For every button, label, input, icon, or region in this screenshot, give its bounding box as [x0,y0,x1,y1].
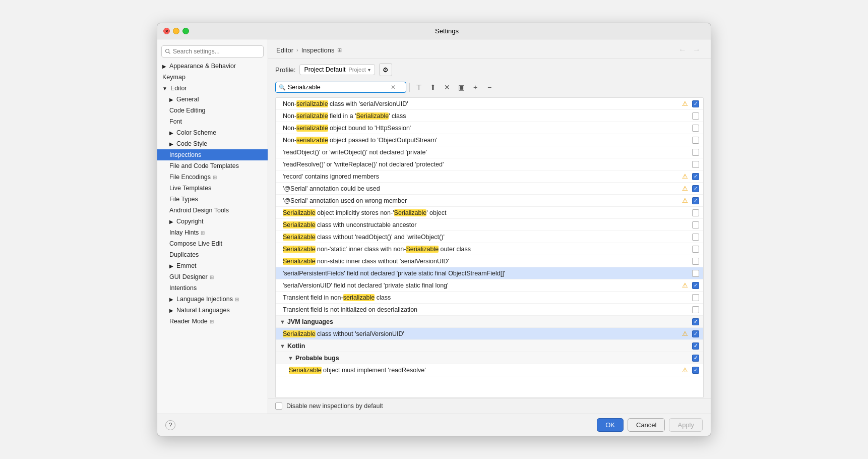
close-button[interactable]: ✕ [163,28,170,34]
inspection-row-14[interactable]: Serializable non-static inner class with… [276,255,703,267]
sidebar-item-intentions[interactable]: Intentions [157,282,268,294]
inspection-row-8[interactable]: '@Serial' annotation could be used⚠ [276,183,703,195]
subsection-toggle-probable-bugs[interactable]: ▼ [288,355,293,361]
cancel-button[interactable]: Cancel [628,418,665,432]
section-toggle-jvm-section[interactable]: ▼ [280,319,285,325]
inspection-row-12[interactable]: Serializable class without 'readObject()… [276,231,703,243]
section-header-kotlin-section[interactable]: ▼Kotlin [276,340,703,352]
sidebar-item-inspections[interactable]: Inspections [157,149,268,160]
filter-button[interactable]: ⊤ [413,81,425,93]
inspection-checkbox-8[interactable] [692,185,699,192]
sidebar-item-code-style[interactable]: ▶Code Style [157,138,268,149]
sidebar-item-language-injections[interactable]: ▶Language Injections ⊞ [157,294,268,305]
sidebar-item-file-encodings[interactable]: File Encodings ⊞ [157,171,268,183]
add-button[interactable]: + [469,81,481,93]
inspection-checkbox-20[interactable] [692,367,699,374]
inspection-row-13[interactable]: Serializable non-'static' inner class wi… [276,243,703,255]
inspection-row-7[interactable]: 'record' contains ignored members⚠ [276,170,703,183]
inspection-row-10[interactable]: Serializable object implicitly stores no… [276,207,703,219]
inspection-row-1[interactable]: Non-serializable class with 'serialVersi… [276,98,703,110]
inspection-checkbox-12[interactable] [692,234,699,241]
sidebar-item-natural-languages[interactable]: ▶Natural Languages [157,305,268,316]
inspection-row-9[interactable]: '@Serial' annotation used on wrong membe… [276,195,703,207]
nav-forward-arrow[interactable]: → [691,44,703,55]
sidebar-item-arrow-copyright: ▶ [169,219,173,224]
inspection-checkbox-2[interactable] [692,112,699,120]
inspection-row-18[interactable]: Transient field is not initialized on de… [276,304,703,316]
breadcrumb-separator: › [296,47,298,53]
inspection-checkbox-4[interactable] [692,137,699,144]
sidebar-item-general[interactable]: ▶General [157,94,268,105]
sidebar-item-compose-live-edit[interactable]: Compose Live Edit [157,238,268,249]
help-button[interactable]: ? [165,420,175,430]
apply-button[interactable]: Apply [669,418,703,432]
sidebar-item-gui-designer[interactable]: GUI Designer ⊞ [157,271,268,282]
inspection-checkbox-14[interactable] [692,258,699,265]
inspection-checkbox-7[interactable] [692,173,699,180]
inspection-checkbox-16[interactable] [692,282,699,289]
sidebar-item-copyright[interactable]: ▶Copyright [157,216,268,227]
profile-settings-button[interactable]: ⚙ [379,63,392,76]
sidebar-item-android-design-tools[interactable]: Android Design Tools [157,205,268,216]
minimize-button[interactable] [173,28,179,34]
sidebar-item-appearance[interactable]: ▶Appearance & Behavior [157,61,268,72]
inspection-row-15[interactable]: 'serialPersistentFields' field not decla… [276,267,703,279]
disable-new-inspections-checkbox[interactable] [275,403,282,410]
nav-back-arrow[interactable]: ← [676,44,689,55]
sidebar-item-font[interactable]: Font [157,116,268,127]
inspection-row-19[interactable]: Serializable class without 'serialVersio… [276,328,703,340]
inspection-row-4[interactable]: Non-serializable object passed to 'Objec… [276,134,703,146]
sidebar-item-arrow-appearance: ▶ [162,64,166,69]
inspection-checkbox-15[interactable] [692,270,699,277]
inspection-checkbox-10[interactable] [692,209,699,216]
subsection-checkbox-probable-bugs[interactable] [692,355,699,362]
inspection-checkbox-3[interactable] [692,125,699,132]
filter-clear-button[interactable]: ✕ [391,84,396,91]
inspection-row-6[interactable]: 'readResolve()' or 'writeReplace()' not … [276,158,703,170]
sidebar-item-code-editing[interactable]: Code Editing [157,105,268,116]
inspection-row-5[interactable]: 'readObject()' or 'writeObject()' not de… [276,146,703,158]
inspection-row-16[interactable]: 'serialVersionUID' field not declared 'p… [276,279,703,292]
inspection-row-2[interactable]: Non-serializable field in a 'Serializabl… [276,110,703,122]
inspection-checkbox-1[interactable] [692,100,699,107]
sidebar-item-file-types[interactable]: File Types [157,194,268,205]
inspection-row-20[interactable]: Serializable object must implement 'read… [276,364,703,376]
inspection-checkbox-6[interactable] [692,161,699,168]
inspection-checkbox-11[interactable] [692,221,699,228]
inspection-checkbox-5[interactable] [692,149,699,156]
remove-button[interactable]: − [483,81,495,93]
section-checkbox-jvm-section[interactable] [692,318,699,325]
inspection-row-3[interactable]: Non-serializable object bound to 'HttpSe… [276,122,703,134]
sidebar-item-live-templates[interactable]: Live Templates [157,183,268,194]
section-checkbox-kotlin-section[interactable] [692,342,699,350]
section-header-jvm-section[interactable]: ▼JVM languages [276,316,703,328]
sidebar-item-file-code-templates[interactable]: File and Code Templates [157,160,268,171]
sidebar-item-reader-mode[interactable]: Reader Mode ⊞ [157,316,268,327]
sidebar-item-emmet[interactable]: ▶Emmet [157,260,268,271]
sidebar-item-inlay-hints[interactable]: Inlay Hints ⊞ [157,227,268,238]
inspection-row-11[interactable]: Serializable class with unconstructable … [276,219,703,231]
sort-up-button[interactable]: ⬆ [427,81,439,93]
inspection-checkbox-13[interactable] [692,246,699,253]
ok-button[interactable]: OK [597,418,624,432]
subsection-header-probable-bugs[interactable]: ▼Probable bugs [276,352,703,364]
inspection-checkbox-18[interactable] [692,306,699,313]
sidebar-item-label-copyright: Copyright [176,218,204,225]
sidebar-item-editor[interactable]: ▼Editor [157,83,268,94]
sidebar-item-duplicates[interactable]: Duplicates [157,249,268,260]
group-button[interactable]: ▣ [455,81,467,93]
inspection-checkbox-9[interactable] [692,197,699,204]
inspection-row-17[interactable]: Transient field in non-serializable clas… [276,292,703,304]
section-toggle-kotlin-section[interactable]: ▼ [280,343,285,349]
sidebar-item-keymap[interactable]: Keymap [157,72,268,83]
filter-input[interactable] [288,84,389,91]
sidebar-item-color-scheme[interactable]: ▶Color Scheme [157,127,268,138]
breadcrumb-icon[interactable]: ⊞ [337,47,342,53]
maximize-button[interactable] [182,28,189,34]
inspection-checkbox-17[interactable] [692,294,699,301]
profile-select[interactable]: Project Default Project ▾ [299,64,375,75]
inspection-checkbox-19[interactable] [692,330,699,337]
inspection-name-8: '@Serial' annotation could be used [283,185,682,192]
search-input[interactable] [161,45,264,58]
sort-down-button[interactable]: ✕ [441,81,453,93]
